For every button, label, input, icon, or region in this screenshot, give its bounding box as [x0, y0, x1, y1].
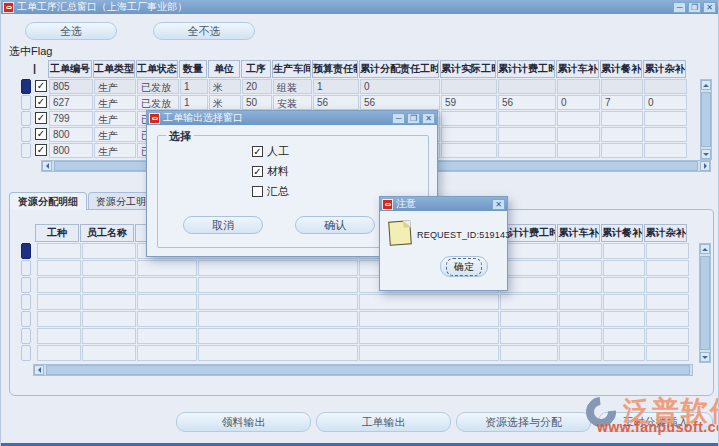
record-selector[interactable]: [21, 277, 31, 293]
row-checkbox[interactable]: ✓: [35, 112, 47, 124]
scroll-right-icon[interactable]: [700, 161, 710, 171]
table-cell[interactable]: 1: [180, 95, 208, 110]
table-cell[interactable]: 米: [209, 79, 241, 94]
table-cell[interactable]: [37, 345, 81, 361]
table-cell[interactable]: [644, 143, 687, 158]
table-cell[interactable]: [559, 243, 602, 259]
table-cell[interactable]: [137, 294, 197, 310]
tab-resource-allocation[interactable]: 资源分配明细: [9, 192, 87, 210]
table-cell[interactable]: 805: [49, 79, 93, 94]
record-selector[interactable]: [21, 127, 31, 142]
table-cell[interactable]: 组装: [273, 79, 312, 94]
row-checkbox[interactable]: ✓: [35, 144, 47, 156]
table-cell[interactable]: [557, 127, 600, 142]
table-cell[interactable]: 59: [441, 95, 497, 110]
table-cell[interactable]: [603, 345, 645, 361]
scroll-left-icon[interactable]: [42, 161, 52, 171]
table-cell[interactable]: [441, 111, 497, 126]
table-cell[interactable]: [137, 277, 197, 293]
close-button[interactable]: ✕: [422, 113, 435, 124]
table-cell[interactable]: 安装: [273, 95, 312, 110]
deselect-all-button[interactable]: 全不选: [153, 22, 255, 40]
table-cell[interactable]: [559, 294, 602, 310]
table-cell[interactable]: [500, 243, 558, 259]
table-cell[interactable]: [137, 345, 197, 361]
record-selector[interactable]: [21, 311, 31, 327]
row-checkbox[interactable]: ✓: [35, 96, 47, 108]
table-cell[interactable]: 800: [49, 143, 93, 158]
record-selector[interactable]: [21, 243, 31, 259]
table-cell[interactable]: [601, 111, 643, 126]
table-cell[interactable]: [37, 260, 81, 276]
table-cell[interactable]: [500, 311, 558, 327]
record-selector[interactable]: [21, 79, 31, 94]
resource-hscroll-thumb[interactable]: [46, 365, 690, 375]
table-cell[interactable]: [37, 294, 81, 310]
record-selector[interactable]: [21, 328, 31, 344]
orders-vscroll-thumb[interactable]: [701, 92, 711, 147]
summary-checkbox[interactable]: [252, 186, 263, 197]
table-cell[interactable]: [646, 277, 689, 293]
table-cell[interactable]: [441, 127, 497, 142]
table-cell[interactable]: [644, 111, 687, 126]
option-summary[interactable]: 汇总: [252, 184, 289, 199]
scroll-down-icon[interactable]: [701, 149, 711, 159]
table-cell[interactable]: [601, 127, 643, 142]
table-cell[interactable]: [500, 345, 558, 361]
table-cell[interactable]: 生产: [94, 127, 136, 142]
table-cell[interactable]: [603, 260, 645, 276]
resource-vscroll-thumb[interactable]: [700, 256, 710, 350]
table-cell[interactable]: [559, 311, 602, 327]
table-cell[interactable]: [198, 260, 358, 276]
table-cell[interactable]: [603, 277, 645, 293]
maximize-button[interactable]: ❐: [688, 2, 701, 13]
table-cell[interactable]: [498, 111, 556, 126]
table-cell[interactable]: [646, 345, 689, 361]
table-cell[interactable]: 7: [601, 95, 643, 110]
table-cell[interactable]: [82, 345, 136, 361]
workorder-output-button[interactable]: 工单输出: [316, 412, 451, 432]
table-cell[interactable]: [646, 328, 689, 344]
labor-checkbox[interactable]: ✓: [252, 146, 263, 157]
orders-vscrollbar[interactable]: [700, 79, 712, 160]
table-cell[interactable]: 20: [242, 79, 272, 94]
table-cell[interactable]: [498, 79, 556, 94]
table-cell[interactable]: 0: [360, 79, 440, 94]
table-cell[interactable]: 50: [242, 95, 272, 110]
table-cell[interactable]: [646, 243, 689, 259]
table-cell[interactable]: [498, 127, 556, 142]
table-cell[interactable]: [359, 294, 499, 310]
table-cell[interactable]: 1: [313, 79, 359, 94]
table-cell[interactable]: [557, 143, 600, 158]
table-cell[interactable]: [498, 143, 556, 158]
table-cell[interactable]: [441, 143, 497, 158]
record-selector[interactable]: [21, 111, 31, 126]
table-cell[interactable]: [137, 260, 197, 276]
option-material[interactable]: ✓ 材料: [252, 164, 289, 179]
table-cell[interactable]: [137, 311, 197, 327]
record-selector[interactable]: [21, 143, 31, 158]
table-cell[interactable]: [500, 294, 558, 310]
table-cell[interactable]: [601, 79, 643, 94]
table-cell[interactable]: [500, 328, 558, 344]
table-cell[interactable]: [603, 243, 645, 259]
table-cell[interactable]: 800: [49, 127, 93, 142]
table-cell[interactable]: [557, 79, 600, 94]
cancel-button[interactable]: 取消: [183, 216, 263, 234]
table-cell[interactable]: [37, 243, 81, 259]
table-cell[interactable]: [359, 311, 499, 327]
table-cell[interactable]: 0: [557, 95, 600, 110]
table-cell[interactable]: [37, 311, 81, 327]
table-cell[interactable]: [137, 328, 197, 344]
table-cell[interactable]: 627: [49, 95, 93, 110]
table-cell[interactable]: 生产: [94, 111, 136, 126]
record-selector[interactable]: [21, 260, 31, 276]
row-checkbox[interactable]: ✓: [35, 80, 47, 92]
table-cell[interactable]: [603, 294, 645, 310]
table-cell[interactable]: [441, 79, 497, 94]
table-cell[interactable]: [82, 294, 136, 310]
table-cell[interactable]: [37, 277, 81, 293]
resource-select-button[interactable]: 资源选择与分配: [456, 412, 591, 432]
table-cell[interactable]: [198, 328, 358, 344]
table-cell[interactable]: [559, 277, 602, 293]
